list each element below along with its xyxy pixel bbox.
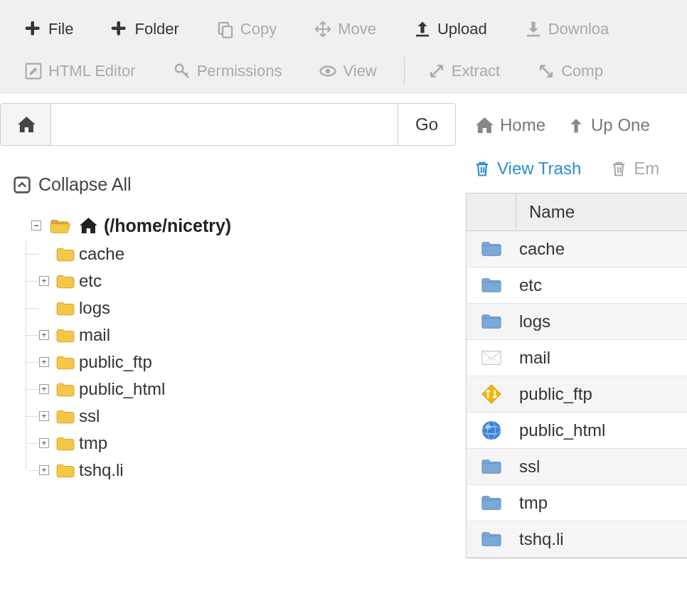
file-name: public_ftp: [516, 384, 687, 404]
tree-item-tshq.li[interactable]: +tshq.li: [26, 457, 453, 484]
file-name: etc: [516, 275, 687, 295]
table-row[interactable]: cache: [467, 231, 687, 267]
tree-item-label: mail: [79, 325, 110, 345]
view-button: View: [309, 58, 386, 85]
table-row[interactable]: tshq.li: [467, 521, 687, 558]
eye-icon: [319, 62, 337, 80]
toolbar: FileFolderCopyMoveUploadDownloa HTML Edi…: [0, 0, 687, 93]
file-name: mail: [516, 348, 687, 368]
key-icon: [173, 62, 191, 80]
upload-icon: [413, 20, 432, 38]
upload-button[interactable]: Upload: [403, 16, 497, 43]
copy-icon: [216, 20, 235, 38]
home-button[interactable]: Home: [473, 115, 545, 136]
folder-icon: [479, 492, 504, 514]
right-pane: Home Up One View Trash Em Name cacheetcl…: [466, 93, 687, 595]
up-one-level-button[interactable]: Up One: [567, 115, 650, 135]
expand-icon[interactable]: +: [39, 384, 49, 394]
tree-item-ssl[interactable]: +ssl: [26, 403, 453, 430]
tree-root[interactable]: − (/home/nicetry): [18, 215, 453, 236]
toolbar-label: HTML Editor: [48, 62, 136, 80]
extract-button: Extract: [417, 58, 510, 85]
folder-button[interactable]: Folder: [100, 16, 188, 43]
permissions-button: Permissions: [163, 58, 292, 85]
trash-icon: [473, 159, 491, 178]
file-table: Name cacheetclogsmailpublic_ftppublic_ht…: [466, 193, 687, 558]
tree-item-label: etc: [79, 271, 102, 291]
folder-icon: [479, 311, 504, 332]
edit-icon: [24, 62, 43, 80]
tree-item-cache[interactable]: cache: [26, 240, 453, 267]
home-icon: [473, 115, 494, 136]
table-row[interactable]: public_ftp: [467, 376, 687, 413]
folder-icon: [56, 246, 75, 262]
download-button: Downloa: [514, 16, 619, 43]
tree-item-label: cache: [79, 244, 124, 264]
home-icon: [77, 215, 98, 236]
toolbar-label: Permissions: [197, 62, 282, 80]
tree-item-public_html[interactable]: +public_html: [26, 376, 453, 403]
path-input[interactable]: [51, 104, 398, 145]
file-button[interactable]: File: [14, 16, 83, 43]
globe-icon: [479, 420, 504, 441]
file-name: tshq.li: [516, 529, 687, 549]
ftp-icon: [479, 383, 504, 405]
toolbar-label: Extract: [452, 62, 500, 80]
expand-icon[interactable]: +: [39, 357, 49, 367]
expand-icon[interactable]: +: [39, 438, 49, 448]
table-row[interactable]: logs: [467, 304, 687, 340]
expand-icon[interactable]: +: [39, 465, 49, 475]
tree-item-mail[interactable]: +mail: [26, 322, 453, 349]
home-icon-box[interactable]: [0, 103, 51, 146]
tree-item-public_ftp[interactable]: +public_ftp: [26, 349, 453, 376]
compress-button: Comp: [527, 58, 613, 85]
collapse-all-button[interactable]: Collapse All: [0, 167, 466, 202]
plus-icon: [24, 20, 43, 38]
file-name: public_html: [516, 420, 687, 440]
extract-icon: [427, 62, 446, 80]
tree-item-tmp[interactable]: +tmp: [26, 430, 453, 457]
toolbar-label: Upload: [437, 20, 487, 38]
toolbar-label: Comp: [561, 62, 603, 80]
folder-open-icon: [50, 217, 71, 234]
folder-icon: [56, 354, 75, 370]
expand-icon[interactable]: +: [39, 330, 49, 340]
view-trash-button[interactable]: View Trash: [473, 159, 581, 179]
table-row[interactable]: ssl: [467, 449, 687, 485]
left-pane: Go Collapse All − (/home/nicetry) cache+…: [0, 93, 466, 595]
empty-trash-button[interactable]: Em: [609, 159, 659, 179]
toolbar-label: Copy: [240, 20, 277, 38]
copy-button: Copy: [206, 16, 287, 43]
toolbar-label: Folder: [134, 20, 179, 38]
tree-item-logs[interactable]: logs: [26, 294, 453, 322]
collapse-all-label: Collapse All: [38, 174, 132, 195]
tree-root-label: (/home/nicetry): [104, 216, 231, 236]
folder-icon: [56, 273, 75, 289]
folder-icon: [56, 327, 75, 343]
download-icon: [524, 20, 543, 38]
up-label: Up One: [591, 115, 650, 135]
table-row[interactable]: tmp: [467, 485, 687, 521]
home-icon: [15, 114, 36, 135]
file-name: ssl: [516, 457, 687, 477]
tree-item-label: public_ftp: [79, 352, 152, 372]
mail-icon: [479, 347, 504, 368]
table-row[interactable]: mail: [467, 340, 687, 376]
folder-tree: − (/home/nicetry) cache+etclogs+mail+pub…: [0, 202, 466, 484]
expand-icon[interactable]: +: [39, 411, 49, 421]
expand-icon[interactable]: +: [39, 276, 49, 286]
tree-item-etc[interactable]: +etc: [26, 267, 453, 294]
toolbar-label: Move: [338, 20, 376, 38]
folder-icon: [479, 456, 504, 477]
table-row[interactable]: public_html: [467, 413, 687, 449]
tree-item-label: public_html: [79, 379, 165, 399]
table-row[interactable]: etc: [467, 267, 687, 304]
go-button[interactable]: Go: [398, 103, 456, 146]
file-name: cache: [516, 239, 687, 259]
tree-collapse-icon[interactable]: −: [31, 221, 41, 230]
column-name[interactable]: Name: [516, 193, 687, 230]
view-trash-label: View Trash: [497, 159, 581, 179]
folder-icon: [56, 435, 75, 451]
toolbar-label: View: [343, 62, 376, 80]
tree-item-label: ssl: [79, 406, 100, 426]
